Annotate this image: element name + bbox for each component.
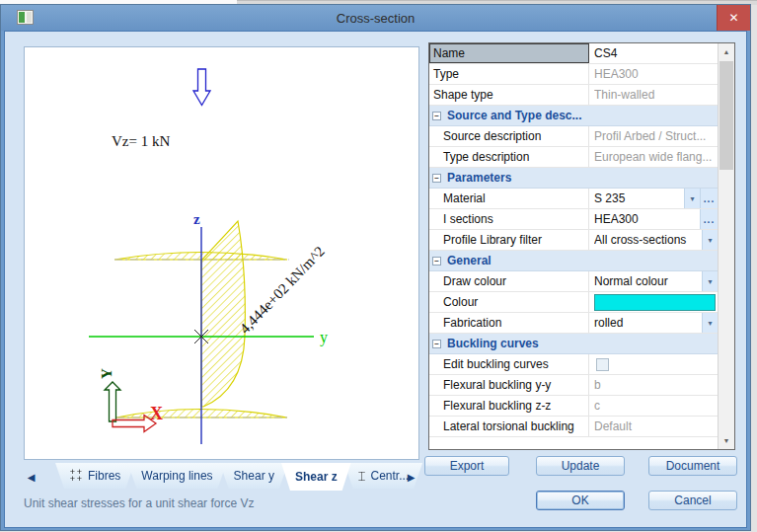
ellipsis-button[interactable]: ... (700, 189, 718, 208)
collapse-icon[interactable]: − (432, 257, 441, 266)
row-type[interactable]: Type HEA300 (429, 64, 718, 85)
row-fabrication[interactable]: Fabrication rolled ▾ (429, 313, 718, 334)
app-icon (17, 10, 34, 25)
row-label: Type (429, 64, 589, 84)
row-material[interactable]: Material S 235 ▾ ... (429, 189, 718, 209)
fabrication-select[interactable]: rolled ▾ (589, 313, 718, 333)
section-title: Buckling curves (447, 337, 539, 350)
row-flexural-buckling-yy[interactable]: Flexural buckling y-y b (429, 375, 718, 396)
row-profile-library-filter[interactable]: Profile Library filter All cross-section… (429, 230, 718, 251)
row-value: Profil Arbed / Struct... (589, 126, 718, 146)
section-buckling-curves[interactable]: − Buckling curves (429, 334, 718, 354)
scroll-up-icon[interactable]: ▲ (719, 43, 734, 60)
row-value: HEA300 (589, 64, 718, 84)
collapse-icon[interactable]: − (432, 112, 441, 120)
y-axis-label: y (320, 329, 328, 346)
dialog-client-area: Vz= 1 kN z y (4, 31, 747, 528)
section-title: Source and Type desc... (447, 109, 582, 122)
row-label: Draw colour (429, 271, 589, 291)
tab-shear-z[interactable]: Shear z (281, 463, 351, 491)
section-title: General (447, 254, 492, 267)
collapse-icon[interactable]: − (432, 174, 441, 183)
ucs-x-label: X (150, 404, 163, 423)
cancel-button[interactable]: Cancel (648, 491, 737, 510)
load-label: Vz= 1 kN (112, 133, 170, 149)
scroll-down-icon[interactable]: ▼ (719, 432, 734, 449)
chevron-down-icon[interactable]: ▾ (702, 230, 718, 250)
tab-label: Fibres (88, 469, 120, 483)
row-label: Profile Library filter (429, 230, 589, 250)
tab-label: Shear y (234, 469, 274, 483)
cross-section-preview[interactable]: Vz= 1 kN z y (24, 46, 419, 460)
ibeam-icon: ⌶ (358, 470, 366, 483)
chevron-down-icon[interactable]: ▾ (702, 313, 718, 333)
row-colour[interactable]: Colour (429, 292, 718, 313)
row-label: Fabrication (429, 313, 589, 333)
export-button[interactable]: Export (424, 456, 509, 476)
update-button[interactable]: Update (536, 456, 625, 476)
ellipsis-button[interactable]: ... (700, 209, 718, 229)
ok-button[interactable]: OK (536, 491, 625, 510)
draw-colour-select[interactable]: Normal colour ▾ (589, 271, 718, 291)
name-input[interactable]: CS4 (589, 43, 718, 63)
tab-warping-lines[interactable]: Warping lines (127, 463, 226, 489)
scrollbar[interactable]: ▲ ▼ (718, 43, 734, 449)
z-axis-label: z (193, 211, 200, 227)
row-name[interactable]: Name CS4 (429, 43, 718, 64)
ucs-y-label: Y (99, 368, 114, 379)
row-label[interactable]: Name (429, 43, 589, 63)
section-parameters[interactable]: − Parameters (429, 168, 718, 189)
row-value: Thin-walled (589, 85, 718, 105)
edit-buckling-checkbox[interactable] (596, 358, 609, 371)
row-lateral-torsional-buckling[interactable]: Lateral torsional buckling Default (429, 417, 718, 437)
tab-shear-y[interactable]: Shear y (220, 463, 288, 489)
tabs: ++++ Fibres Warping lines Shear y Shear … (55, 463, 422, 491)
chevron-down-icon[interactable]: ▾ (684, 189, 700, 208)
row-value: Default (589, 417, 718, 436)
row-value: European wide flang... (589, 147, 718, 167)
screen: Cross-section ✕ Vz= 1 kN (0, 0, 757, 532)
row-source-description[interactable]: Source description Profil Arbed / Struct… (429, 126, 718, 147)
row-label: Shape type (429, 85, 589, 105)
tab-label: Warping lines (141, 469, 212, 483)
row-i-sections[interactable]: I sections HEA300 ... (429, 209, 718, 230)
section-source-type[interactable]: − Source and Type desc... (429, 106, 718, 126)
tab-fibres[interactable]: ++++ Fibres (55, 463, 134, 489)
preview-tabbar: ◀ ++++ Fibres Warping lines Shear y (5, 463, 420, 492)
web-stress-diagram (201, 221, 245, 407)
row-label: Colour (429, 292, 589, 312)
tabs-scroll-right-icon[interactable]: ▶ (405, 469, 417, 485)
row-label: Flexural buckling y-y (429, 375, 589, 395)
material-select[interactable]: S 235 ▾ ... (589, 189, 718, 208)
row-draw-colour[interactable]: Draw colour Normal colour ▾ (429, 271, 718, 292)
tabs-scroll-left-icon[interactable]: ◀ (25, 469, 38, 485)
row-flexural-buckling-zz[interactable]: Flexural buckling z-z c (429, 396, 718, 417)
section-general[interactable]: − General (429, 251, 718, 271)
row-shape-type[interactable]: Shape type Thin-walled (429, 85, 718, 106)
status-text: Unit shear stresses for a unit shear for… (24, 496, 254, 510)
tab-label: Shear z (295, 470, 338, 484)
row-label: Lateral torsional buckling (429, 417, 589, 436)
load-arrow-icon (193, 69, 210, 106)
scroll-thumb[interactable] (719, 61, 733, 170)
profile-filter-select[interactable]: All cross-sections ▾ (589, 230, 718, 250)
collapse-icon[interactable]: − (432, 340, 441, 348)
cross-section-dialog: Cross-section ✕ Vz= 1 kN (0, 4, 751, 531)
titlebar[interactable]: Cross-section ✕ (1, 5, 750, 31)
chevron-down-icon[interactable]: ▾ (702, 271, 718, 291)
row-value: c (589, 396, 718, 416)
property-rows: Name CS4 Type HEA300 Shape type Thin-wal… (429, 43, 718, 449)
row-edit-buckling-curves[interactable]: Edit buckling curves (429, 354, 718, 375)
row-label: I sections (429, 209, 589, 229)
row-label: Material (429, 189, 589, 208)
row-type-description[interactable]: Type description European wide flang... (429, 147, 718, 168)
close-button[interactable]: ✕ (717, 5, 750, 31)
row-label: Source description (429, 126, 589, 146)
i-sections-field[interactable]: HEA300 ... (589, 209, 718, 229)
property-grid: Name CS4 Type HEA300 Shape type Thin-wal… (428, 42, 735, 450)
row-label: Flexural buckling z-z (429, 396, 589, 416)
ucs-y-arrow-icon (105, 382, 120, 421)
colour-swatch[interactable] (594, 294, 716, 311)
fibres-icon: ++++ (69, 469, 83, 483)
document-button[interactable]: Document (648, 456, 737, 476)
